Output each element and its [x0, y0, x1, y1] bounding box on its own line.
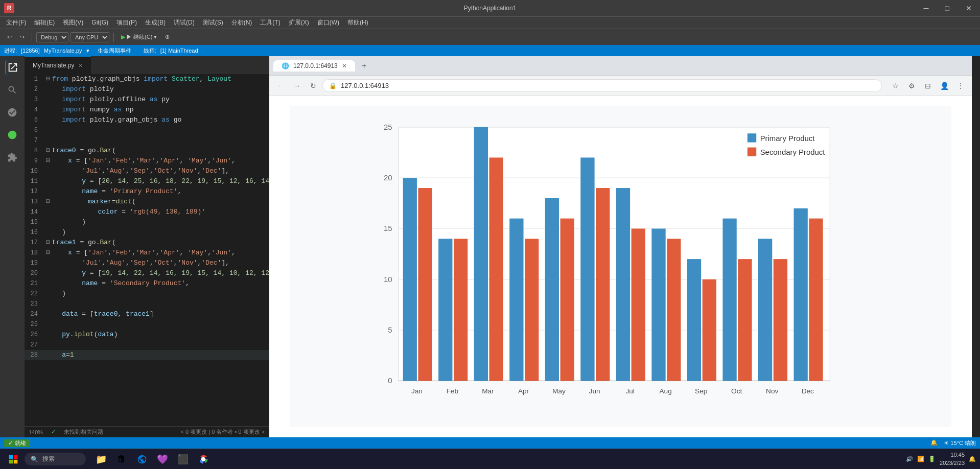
svg-text:May: May	[552, 387, 566, 395]
process-dropdown[interactable]: ▾	[86, 48, 89, 54]
address-bar[interactable]: 🔒 127.0.0.1:64913	[322, 79, 882, 92]
menu-item-窗口w[interactable]: 窗口(W)	[313, 18, 343, 27]
menu-bar: 文件(F)编辑(E)视图(V)Git(G)项目(P)生成(B)调试(D)测试(S…	[0, 16, 980, 29]
browser-nav: ← → ↻ 🔒 127.0.0.1:64913 ☆ ⚙ ⊟ 👤 ⋮	[269, 76, 972, 96]
bar-jul-primary	[616, 188, 630, 381]
menu-item-分析n[interactable]: 分析(N)	[227, 18, 256, 27]
refresh-button[interactable]: ↻	[306, 79, 320, 93]
code-line-10: 10 'Jul','Aug','Sep','Oct','Nov','Dec'],	[25, 166, 269, 176]
menu-item-视图v[interactable]: 视图(V)	[59, 18, 87, 27]
taskbar-app-files[interactable]: 📁	[92, 450, 110, 468]
menu-item-测试s[interactable]: 测试(S)	[199, 18, 227, 27]
taskbar-app-trash[interactable]: 🗑	[112, 450, 131, 468]
code-line-28: 28 a=1	[25, 350, 269, 360]
line-number: 27	[25, 340, 46, 350]
temp-icon: ☀	[944, 440, 949, 446]
browser-tab[interactable]: 🌐 127.0.0.1:64913 ✕	[273, 60, 355, 72]
taskbar-app-chrome[interactable]	[194, 450, 213, 468]
menu-item-编辑e[interactable]: 编辑(E)	[30, 18, 59, 27]
code-editor[interactable]: 1⊟from plotly.graph_objs import Scatter,…	[25, 74, 269, 426]
extensions-icon[interactable]: ⚙	[904, 79, 919, 93]
start-button[interactable]	[4, 450, 22, 468]
line-number: 11	[25, 176, 46, 186]
taskbar-app-edge[interactable]	[133, 450, 151, 468]
line-number: 2	[25, 84, 46, 95]
status-bar: ✓ 就绪 🔔 ☀ 15°C 晴朗	[0, 437, 980, 449]
close-button[interactable]: ✕	[962, 4, 976, 12]
menu-item-帮助h[interactable]: 帮助(H)	[343, 18, 372, 27]
line-content: ⊟trace1 = go.Bar(	[46, 238, 269, 248]
bar-aug-primary	[651, 229, 665, 381]
fold-icon[interactable]: ⊟	[46, 157, 50, 165]
editor-tab[interactable]: MyTranslate.py ×	[25, 56, 91, 74]
taskbar-app-purple[interactable]: 💜	[153, 450, 172, 468]
code-line-19: 19 'Jul','Aug','Sep','Oct','Nov','Dec'],	[25, 258, 269, 268]
activity-icon-search[interactable]	[5, 83, 19, 97]
code-line-6: 6	[25, 125, 269, 135]
bottom-panel: 140% ✓ 未找到相关问题 < 0 项更改 | 0 名作者 • 0 项更改 >	[25, 426, 269, 437]
minimize-button[interactable]: ─	[920, 4, 933, 12]
chart-svg: 25 20 15 10 5	[298, 114, 943, 419]
line-number: 22	[25, 289, 46, 299]
maximize-button[interactable]: □	[941, 4, 953, 12]
menu-item-调试d[interactable]: 调试(D)	[170, 18, 199, 27]
fold-icon[interactable]: ⊟	[46, 239, 50, 246]
line-number: 7	[25, 135, 46, 146]
line-content: name = 'Secondary Product',	[46, 278, 269, 289]
taskbar-icon-sound[interactable]: 🔊	[906, 456, 913, 462]
code-line-21: 21 name = 'Secondary Product',	[25, 278, 269, 289]
split-icon[interactable]: ⊟	[921, 79, 935, 93]
menu-item-生成b[interactable]: 生成(B)	[141, 18, 170, 27]
line-number: 10	[25, 166, 46, 176]
run-button[interactable]: ▶ ▶ 继续(C) ▾	[118, 32, 160, 42]
menu-item-工具t[interactable]: 工具(T)	[256, 18, 284, 27]
line-content: name = 'Primary Product',	[46, 186, 269, 197]
profile-icon[interactable]: 👤	[937, 79, 951, 93]
cpu-config-dropdown[interactable]: Any CPU	[71, 32, 109, 42]
browser-tab-close[interactable]: ✕	[342, 62, 347, 69]
menu-item-项目p[interactable]: 项目(P)	[112, 18, 141, 27]
tab-filename: MyTranslate.py	[33, 62, 75, 69]
status-text: 未找到相关问题	[64, 428, 103, 436]
menu-item-扩展x[interactable]: 扩展(X)	[285, 18, 313, 27]
debug-config-dropdown[interactable]: Debug	[36, 32, 68, 42]
menu-item-文件f[interactable]: 文件(F)	[2, 18, 30, 27]
taskbar-clock[interactable]: 10:45 2023/2/23	[940, 451, 965, 467]
taskbar-app-terminal[interactable]: ⬛	[174, 450, 192, 468]
status-ok-text: 就绪	[15, 439, 26, 447]
menu-item-gitg[interactable]: Git(G)	[87, 18, 112, 27]
bar-jun-primary	[580, 157, 594, 381]
taskbar-search[interactable]: 🔍 搜索	[25, 453, 86, 465]
back-button[interactable]: ←	[273, 79, 288, 93]
fold-icon[interactable]: ⊟	[46, 147, 50, 154]
taskbar-icon-network[interactable]: 📶	[917, 456, 924, 462]
activity-icon-extensions[interactable]	[5, 150, 19, 165]
undo-button[interactable]: ↩	[4, 33, 15, 41]
tab-close-button[interactable]: ×	[79, 61, 83, 69]
browser-tab-title: 127.0.0.1:64913	[293, 62, 338, 69]
bookmark-icon[interactable]: ☆	[888, 79, 902, 93]
line-content: import plotly.graph_objs as go	[46, 115, 269, 125]
code-line-2: 2 import plotly	[25, 84, 269, 95]
browser-titlebar: 🌐 127.0.0.1:64913 ✕ +	[269, 56, 972, 76]
taskbar-icon-battery[interactable]: 🔋	[928, 456, 936, 462]
browser-menu-icon[interactable]: ⋮	[953, 79, 968, 93]
code-line-12: 12 name = 'Primary Product',	[25, 186, 269, 197]
svg-text:Jul: Jul	[625, 387, 634, 395]
fold-icon[interactable]: ⊟	[46, 249, 50, 256]
browser-new-tab-button[interactable]: +	[357, 59, 371, 73]
line-number: 25	[25, 319, 46, 330]
activity-icon-git[interactable]	[5, 105, 19, 120]
redo-button[interactable]: ↪	[17, 33, 28, 41]
forward-button[interactable]: →	[290, 79, 304, 93]
activity-icon-debug[interactable]	[5, 128, 19, 142]
fold-icon[interactable]: ⊟	[46, 75, 50, 83]
bar-jan-primary	[403, 178, 417, 381]
attach-button[interactable]: ⊕	[162, 33, 173, 41]
activity-icon-explorer[interactable]	[5, 60, 19, 75]
line-number: 5	[25, 115, 46, 125]
line-number: 20	[25, 268, 46, 278]
line-content: import numpy as np	[46, 105, 269, 115]
notification-button[interactable]: 🔔	[969, 456, 976, 462]
fold-icon[interactable]: ⊟	[46, 198, 50, 205]
